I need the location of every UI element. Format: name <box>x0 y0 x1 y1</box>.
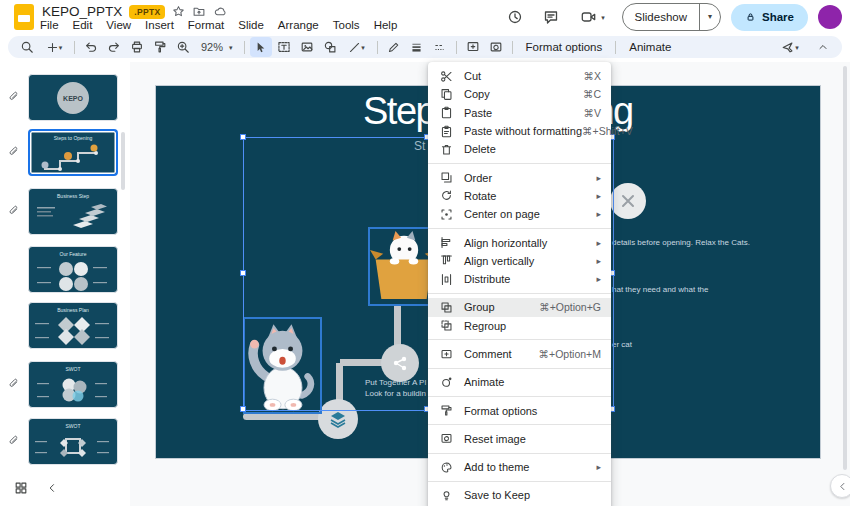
menu-help[interactable]: Help <box>367 18 405 32</box>
slideshow-button[interactable]: Slideshow ▾ <box>622 3 721 31</box>
select-cursor-icon[interactable] <box>250 37 272 57</box>
menu-view[interactable]: View <box>99 18 138 32</box>
group-icon <box>440 301 453 314</box>
animate-button[interactable]: Animate <box>621 37 679 57</box>
insert-comment-icon[interactable] <box>462 37 484 57</box>
menu-item-animate[interactable]: Animate <box>428 373 611 391</box>
menu-format[interactable]: Format <box>181 18 231 32</box>
submenu-arrow-icon: ▸ <box>596 462 601 472</box>
slides-logo-icon[interactable] <box>14 4 34 30</box>
menu-item-delete[interactable]: Delete <box>428 140 611 158</box>
thumbnail-preview <box>29 372 115 406</box>
slide-thumbnail-7[interactable]: SWOT <box>28 418 118 465</box>
border-dash-icon[interactable] <box>429 37 451 57</box>
context-menu: Cut ⌘X Copy ⌘C Paste ⌘V Paste without fo… <box>428 62 611 506</box>
menu-item-rotate[interactable]: Rotate ▸ <box>428 187 611 205</box>
menu-item-label: Reset image <box>464 433 601 445</box>
link-paperclip-icon <box>8 91 20 103</box>
menu-item-label: Delete <box>464 143 601 155</box>
slide-thumbnail-2[interactable]: Steps to Opening <box>28 129 118 176</box>
side-panel-toggle[interactable] <box>830 474 850 498</box>
print-icon[interactable] <box>126 37 148 57</box>
comments-icon[interactable] <box>538 4 564 30</box>
paint-roller-icon <box>440 404 453 417</box>
zoom-level-control[interactable]: 92% ▾ <box>195 37 239 57</box>
collapse-filmstrip-icon[interactable] <box>46 482 58 494</box>
redo-icon[interactable] <box>103 37 125 57</box>
thumbnail-preview <box>29 257 115 291</box>
selection-handle[interactable] <box>240 406 246 412</box>
version-history-icon[interactable] <box>502 4 528 30</box>
menu-item-distribute[interactable]: Distribute ▸ <box>428 270 611 288</box>
menu-item-comment[interactable]: Comment ⌘+Option+M <box>428 345 611 363</box>
menu-item-add-to-theme[interactable]: Add to theme ▸ <box>428 458 611 476</box>
menu-item-reset-image[interactable]: Reset image <box>428 430 611 448</box>
selection-handle[interactable] <box>240 134 246 140</box>
search-icon[interactable] <box>16 37 38 57</box>
slide-thumbnail-6[interactable]: SWOT <box>28 361 118 408</box>
scissors-node-icon[interactable] <box>610 183 646 219</box>
link-paperclip-icon <box>8 378 20 390</box>
menu-item-align-vertically[interactable]: Align vertically ▸ <box>428 252 611 270</box>
laser-pointer-icon[interactable]: ▾ <box>774 37 806 57</box>
menu-item-paste-without-formatting[interactable]: Paste without formatting ⌘+Shift+V <box>428 122 611 140</box>
menu-item-order[interactable]: Order ▸ <box>428 168 611 186</box>
menu-item-label: Comment <box>464 348 539 360</box>
paint-format-icon[interactable] <box>149 37 171 57</box>
replace-image-icon[interactable] <box>485 37 507 57</box>
menu-slide[interactable]: Slide <box>231 18 271 32</box>
copy-icon <box>440 88 453 101</box>
zoom-in-icon[interactable] <box>172 37 194 57</box>
border-weight-icon[interactable] <box>406 37 428 57</box>
slide-text[interactable]: hat they need and what the <box>612 284 709 295</box>
thumbnail-preview <box>29 313 115 347</box>
menu-insert[interactable]: Insert <box>138 18 181 32</box>
share-button[interactable]: Share <box>731 4 808 31</box>
zoom-level-value: 92% <box>201 41 223 53</box>
insert-image-icon[interactable] <box>296 37 318 57</box>
grid-view-icon[interactable] <box>14 481 28 495</box>
slideshow-dropdown[interactable]: ▾ <box>700 13 720 21</box>
menu-arrange[interactable]: Arrange <box>271 18 326 32</box>
insert-line-icon[interactable]: ▾ <box>342 37 372 57</box>
center-on-page-icon <box>440 208 453 221</box>
add-icon[interactable]: ▾ <box>39 37 69 57</box>
collapse-toolbar-icon[interactable] <box>812 37 834 57</box>
slide-thumbnail-3[interactable]: Business Step <box>28 188 118 235</box>
submenu-arrow-icon: ▸ <box>596 274 601 284</box>
menu-edit[interactable]: Edit <box>66 18 100 32</box>
menu-item-label: Paste <box>464 107 583 119</box>
menu-item-label: Paste without formatting <box>464 125 582 137</box>
menu-file[interactable]: File <box>33 18 66 32</box>
menu-item-save-to-keep[interactable]: Save to Keep <box>428 486 611 504</box>
border-color-icon[interactable] <box>383 37 405 57</box>
kepo-logo: KEPO <box>57 82 89 114</box>
filmstrip: 1 KEPO 2 Steps to Opening 3 Business Ste… <box>0 62 130 506</box>
slide-text[interactable]: details before opening. Relax the Cats. <box>612 237 750 248</box>
undo-icon[interactable] <box>80 37 102 57</box>
menu-item-label: Group <box>464 301 539 313</box>
text-box-icon[interactable] <box>273 37 295 57</box>
menu-item-align-horizontally[interactable]: Align horizontally ▸ <box>428 233 611 251</box>
insert-shape-icon[interactable] <box>319 37 341 57</box>
menu-item-cut[interactable]: Cut ⌘X <box>428 67 611 85</box>
slide-thumbnail-4[interactable]: Our Feature <box>28 246 118 293</box>
menu-item-regroup[interactable]: Regroup <box>428 317 611 335</box>
slide-text[interactable]: er cat <box>612 339 632 350</box>
avatar[interactable] <box>818 5 842 29</box>
palette-icon <box>440 461 453 474</box>
slide-thumbnail-1[interactable]: KEPO <box>28 74 118 121</box>
format-options-button[interactable]: Format options <box>518 37 611 57</box>
canvas-scrollbar[interactable] <box>843 66 847 470</box>
slide-thumbnail-5[interactable]: Business Plan <box>28 302 118 349</box>
menu-item-format-options[interactable]: Format options <box>428 401 611 419</box>
selection-handle[interactable] <box>240 270 246 276</box>
menu-tools[interactable]: Tools <box>326 18 367 32</box>
filmstrip-scrollbar[interactable] <box>121 132 125 190</box>
menu-item-paste[interactable]: Paste ⌘V <box>428 104 611 122</box>
video-call-icon[interactable]: ▾ <box>574 4 612 30</box>
menu-item-center-on-page[interactable]: Center on page ▸ <box>428 205 611 223</box>
menu-item-copy[interactable]: Copy ⌘C <box>428 85 611 103</box>
link-paperclip-icon <box>8 435 20 447</box>
menu-item-group[interactable]: Group ⌘+Option+G <box>428 298 611 316</box>
